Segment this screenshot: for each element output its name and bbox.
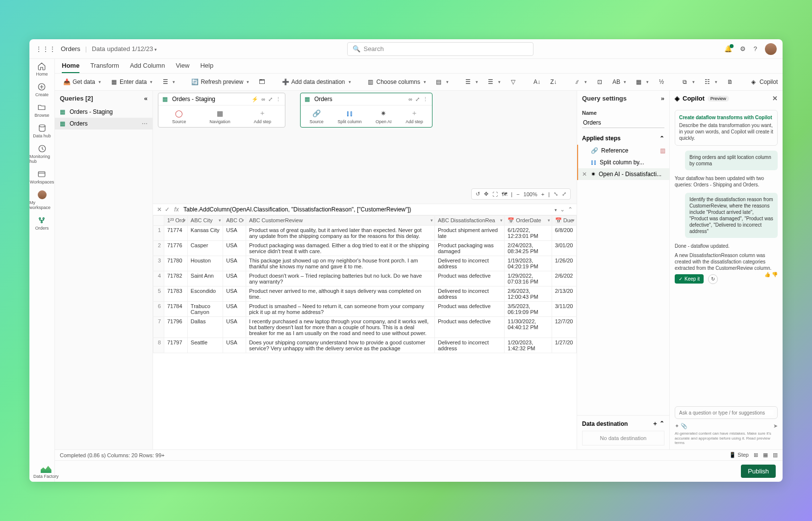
query-item-orders[interactable]: ▦Orders⋯ bbox=[55, 118, 152, 130]
use-first-row-button[interactable]: ▦ bbox=[632, 77, 652, 87]
merge-button[interactable]: ⧉ bbox=[678, 77, 698, 87]
zoom-out-icon[interactable]: − bbox=[516, 191, 519, 197]
tab-add-column[interactable]: Add Column bbox=[130, 62, 165, 73]
search-input[interactable]: 🔍 Search bbox=[347, 42, 533, 56]
diagram-box-orders[interactable]: ▦Orders∞⤢⋮ 🔗Source ⫿⫿Split column ✷Open … bbox=[300, 93, 432, 128]
collapse-diagram-icon[interactable]: ⤡ bbox=[554, 191, 558, 197]
keep-it-button[interactable]: ✓ Keep it bbox=[675, 274, 704, 284]
enter-data-button[interactable]: ▦Enter data bbox=[107, 77, 155, 87]
split-column-button[interactable]: ⫽ bbox=[570, 77, 590, 87]
sparkle-icon[interactable]: ✦ bbox=[675, 423, 679, 429]
sort-asc-button[interactable]: A↓ bbox=[530, 77, 544, 87]
page-title: Orders bbox=[61, 45, 80, 52]
rail-monitoring[interactable]: Monitoring hub bbox=[29, 144, 54, 164]
append-button[interactable]: ☷ bbox=[701, 77, 720, 87]
data-factory-logo[interactable]: Data Factory bbox=[33, 465, 59, 479]
options-button[interactable]: ☰ bbox=[158, 77, 178, 87]
rail-my-workspace[interactable]: My workspace bbox=[29, 190, 54, 210]
combine-files-button[interactable]: 🗎 bbox=[723, 77, 737, 87]
data-factory-icon bbox=[41, 465, 51, 473]
applied-step-split[interactable]: ⫿⫿Split column by... bbox=[577, 156, 669, 168]
editor-canvas: ▦Orders - Staging⚡∞⤢⋮ ◯Source ▦Navigatio… bbox=[153, 91, 577, 449]
data-updated-label[interactable]: Data updated 1/12/23 bbox=[92, 45, 157, 52]
avatar[interactable] bbox=[765, 43, 777, 55]
notifications-icon[interactable]: 🔔 bbox=[724, 45, 732, 52]
close-copilot-icon[interactable]: ✕ bbox=[772, 95, 778, 102]
avatar-icon bbox=[38, 190, 47, 199]
query-item-orders-staging[interactable]: ▦Orders - Staging bbox=[55, 106, 152, 118]
collapse-settings-icon[interactable]: » bbox=[661, 95, 664, 102]
rail-create[interactable]: Create bbox=[35, 82, 49, 97]
tab-view[interactable]: View bbox=[176, 62, 189, 73]
query-item-menu-icon[interactable]: ⋯ bbox=[142, 120, 148, 127]
rail-data-hub[interactable]: Data hub bbox=[33, 124, 51, 138]
fit-icon[interactable]: ⛶ bbox=[492, 191, 498, 197]
queries-header: Queries [2] bbox=[60, 95, 93, 102]
attach-icon[interactable]: 📎 bbox=[681, 423, 687, 429]
zoom-in-icon[interactable]: + bbox=[541, 191, 544, 197]
tab-help[interactable]: Help bbox=[200, 62, 213, 73]
rail-browse[interactable]: Browse bbox=[34, 103, 49, 118]
rail-workspaces[interactable]: Workspaces bbox=[30, 170, 54, 184]
tab-transform[interactable]: Transform bbox=[90, 62, 119, 73]
topbar: ⋮⋮⋮ Orders | Data updated 1/12/23 🔍 Sear… bbox=[29, 39, 783, 59]
map-icon[interactable]: 🗺 bbox=[502, 191, 507, 197]
reset-view-icon[interactable]: ↺ bbox=[476, 191, 480, 197]
formula-bar: ✕ ✓ fx ⌄ ⌃ bbox=[153, 204, 577, 215]
step-view-icon[interactable]: 📱 Step bbox=[729, 452, 749, 458]
filter-button[interactable]: ▽ bbox=[507, 77, 520, 87]
copilot-input[interactable] bbox=[675, 406, 778, 419]
app-launcher-icon[interactable]: ⋮⋮⋮ bbox=[35, 45, 56, 53]
remove-columns-button[interactable]: ▤ bbox=[432, 77, 452, 87]
add-data-destination-button[interactable]: ➕Add data destination bbox=[279, 77, 354, 87]
choose-columns-button[interactable]: ▥Choose columns bbox=[364, 77, 429, 87]
refresh-preview-button[interactable]: 🔄Refresh preview bbox=[188, 77, 252, 87]
expand-diagram-icon[interactable]: ⤢ bbox=[562, 191, 566, 197]
schema-view-icon[interactable]: ▦ bbox=[763, 452, 768, 458]
formula-input[interactable] bbox=[183, 206, 550, 213]
data-grid[interactable]: 1²³ Ord▾ABC City▾ABC C▾ABC CustomerRevie… bbox=[153, 215, 577, 449]
tab-home[interactable]: Home bbox=[62, 62, 79, 73]
copilot-disclaimer: AI-generated content can have mistakes. … bbox=[670, 429, 783, 449]
copilot-hero-card: Create dataflow transforms with Copilot … bbox=[675, 110, 778, 146]
data-view-icon[interactable]: ▥ bbox=[773, 452, 778, 458]
replace-values-button[interactable]: ½ bbox=[655, 77, 668, 87]
regenerate-button[interactable]: ↻ bbox=[708, 274, 718, 284]
pan-icon[interactable]: ✥ bbox=[484, 191, 488, 197]
diagram-view-icon[interactable]: ⊞ bbox=[754, 452, 758, 458]
group-by-button[interactable]: ⊡ bbox=[593, 77, 607, 87]
applied-step-openai[interactable]: ✕✷Open AI - Dissatisfacti... bbox=[577, 168, 669, 180]
step-up-icon[interactable]: ⌃ bbox=[568, 206, 573, 213]
assistant-message-1: Your dataflow has been updated with two … bbox=[675, 175, 778, 188]
collapse-steps-icon[interactable]: ⌃ bbox=[660, 135, 664, 142]
rail-home[interactable]: Home bbox=[36, 62, 48, 77]
formula-expand-icon[interactable] bbox=[553, 206, 557, 213]
step-down-icon[interactable]: ⌄ bbox=[560, 206, 565, 213]
data-type-button[interactable]: AB bbox=[609, 77, 629, 87]
diagram-view: ▦Orders - Staging⚡∞⤢⋮ ◯Source ▦Navigatio… bbox=[153, 91, 577, 204]
applied-step-reference[interactable]: 🔗Reference▥ bbox=[577, 145, 669, 156]
get-data-button[interactable]: 📥Get data bbox=[60, 77, 104, 87]
commit-formula-icon[interactable]: ✓ bbox=[165, 206, 170, 213]
collapse-dest-icon[interactable]: ⌃ bbox=[660, 420, 664, 427]
settings-icon[interactable]: ⚙ bbox=[740, 45, 746, 52]
remove-rows-button[interactable]: ☰ bbox=[484, 77, 504, 87]
delete-step-icon[interactable]: ✕ bbox=[582, 171, 588, 178]
user-message-2: Identify the dissatisfaction reason from… bbox=[685, 193, 778, 238]
assistant-message-2: Done - dataflow updated. A new Dissatisf… bbox=[675, 243, 778, 284]
cancel-formula-icon[interactable]: ✕ bbox=[157, 206, 162, 213]
keep-rows-button[interactable]: ☰ bbox=[461, 77, 481, 87]
diagram-box-orders-staging[interactable]: ▦Orders - Staging⚡∞⤢⋮ ◯Source ▦Navigatio… bbox=[158, 93, 285, 128]
send-icon[interactable]: ➤ bbox=[773, 423, 778, 429]
collapse-queries-icon[interactable]: « bbox=[144, 95, 148, 102]
sort-desc-button[interactable]: Z↓ bbox=[547, 77, 560, 87]
add-destination-icon[interactable]: ＋ bbox=[652, 420, 658, 427]
zoom-toolbar[interactable]: ↺ ✥ ⛶ 🗺 | − 100% + | ⤡ ⤢ bbox=[471, 188, 571, 200]
copilot-button[interactable]: ◈Copilot bbox=[747, 77, 781, 87]
svg-rect-3 bbox=[39, 172, 46, 177]
query-name-input[interactable] bbox=[582, 118, 664, 128]
publish-button[interactable]: Publish bbox=[741, 465, 776, 478]
help-icon[interactable]: ? bbox=[754, 45, 757, 52]
rail-orders[interactable]: Orders bbox=[35, 216, 49, 231]
manage-button[interactable]: 🗔 bbox=[255, 77, 269, 87]
